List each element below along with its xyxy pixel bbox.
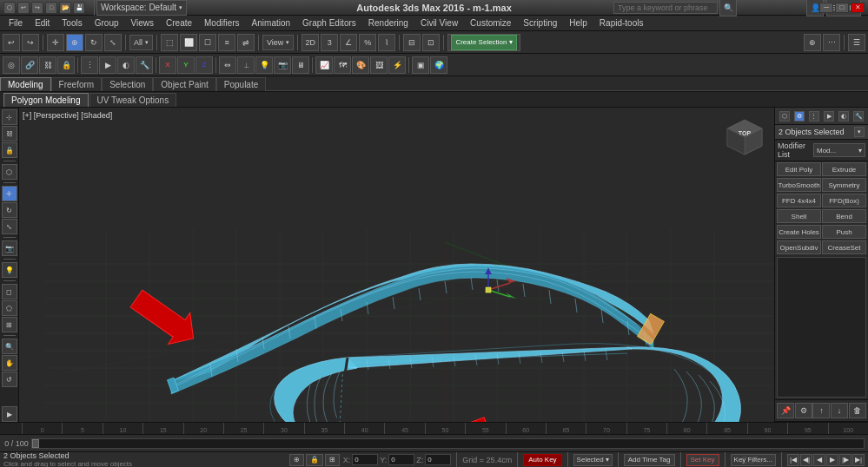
app-icon-redo[interactable]: ↪	[31, 2, 43, 14]
obj-props-btn[interactable]: Create Selection ▾	[447, 34, 520, 51]
pb-prev-frame[interactable]: ◀|	[800, 454, 812, 466]
select-btn[interactable]: ✛	[47, 34, 64, 51]
app-icon-main[interactable]: ⬡	[3, 2, 16, 14]
menu-create[interactable]: Create	[161, 16, 197, 30]
hierarchy-btn[interactable]: ⋮	[81, 56, 98, 74]
timeline-slider[interactable]	[31, 438, 865, 449]
mod-ffdbox[interactable]: FFD(Box)	[822, 194, 866, 207]
paint-sel-btn[interactable]: ◎	[3, 56, 20, 74]
coord-x[interactable]: 0	[352, 454, 378, 465]
menu-help[interactable]: Help	[564, 16, 593, 30]
display-btn[interactable]: ◐	[117, 56, 135, 74]
filter-dropdown[interactable]: All ▾	[129, 35, 153, 50]
coord-z[interactable]: 0	[425, 454, 451, 465]
menu-edit[interactable]: Edit	[30, 16, 55, 30]
rotate-btn[interactable]: ↻	[85, 34, 103, 51]
tab-selection[interactable]: Selection	[102, 77, 153, 91]
ribbon-btn[interactable]: ⊡	[422, 34, 440, 51]
mod-shell[interactable]: Shell	[777, 209, 821, 223]
pb-play-back[interactable]: ◀	[813, 454, 825, 466]
pb-next-frame[interactable]: |▶	[839, 454, 851, 466]
pb-start[interactable]: |◀	[787, 454, 799, 466]
schematic-btn[interactable]: 🗺	[334, 56, 351, 74]
unlink-btn[interactable]: ⛓	[39, 56, 56, 74]
menu-tools[interactable]: Tools	[56, 16, 87, 30]
left-tool-light[interactable]: 💡	[2, 262, 17, 278]
timeline-thumb[interactable]	[32, 439, 39, 448]
align-to-view-btn[interactable]: 🖥	[292, 56, 309, 74]
left-tool-move[interactable]: ✛	[2, 186, 17, 201]
tab-modeling[interactable]: Modeling	[0, 77, 51, 91]
snap-angle-btn[interactable]: ∠	[340, 34, 357, 51]
align-btn[interactable]: ⇔	[219, 56, 236, 74]
nav-cube[interactable]: TOP	[722, 115, 767, 160]
mod-extrude[interactable]: Extrude	[822, 162, 866, 176]
track-view-btn[interactable]: 📈	[315, 56, 333, 74]
left-tool-zoom[interactable]: 🔍	[2, 339, 17, 354]
create-selection-dropdown[interactable]: Create Selection ▾	[451, 35, 516, 50]
tab-object-paint[interactable]: Object Paint	[153, 77, 215, 91]
rp-move-up-btn[interactable]: ↑	[812, 403, 830, 418]
select-filter-btn[interactable]: ⬚	[161, 34, 178, 51]
mod-symmetry[interactable]: Symmetry	[822, 178, 866, 192]
rp-icon-display[interactable]: ◐	[838, 111, 849, 122]
mod-bend[interactable]: Bend	[822, 209, 866, 223]
left-tool-geometry[interactable]: ◻	[2, 284, 17, 299]
material-editor-btn[interactable]: 🎨	[352, 56, 369, 74]
snap-2d-btn[interactable]: 2D	[301, 34, 319, 51]
environment-btn[interactable]: 🌍	[430, 56, 447, 74]
extras-btn[interactable]: ☰	[848, 34, 865, 51]
menu-customize[interactable]: Customize	[465, 16, 516, 30]
utilities-btn[interactable]: 🔧	[136, 56, 153, 74]
snap-spinner-btn[interactable]: ⌇	[378, 34, 395, 51]
coord-x-btn[interactable]: X	[159, 56, 176, 74]
left-tool-shapes[interactable]: ⬠	[2, 300, 17, 316]
left-tool-create[interactable]: ⬡	[2, 164, 17, 180]
status-icon-2[interactable]: 🔒	[306, 454, 323, 466]
tab-freeform[interactable]: Freeform	[51, 77, 103, 91]
snap-3d-btn[interactable]: 3	[321, 34, 338, 51]
normal-align-btn[interactable]: ⟂	[237, 56, 255, 74]
left-tool-scale[interactable]: ⤡	[2, 219, 17, 234]
rp-icon-utilities[interactable]: 🔧	[853, 111, 864, 122]
rp-icon-hierarchy[interactable]: ⋮	[809, 111, 819, 122]
select-region-btn[interactable]: ⬜	[180, 34, 197, 51]
rp-move-down-btn[interactable]: ↓	[831, 403, 848, 418]
menu-scripting[interactable]: Scripting	[518, 16, 562, 30]
menu-rapid-tools[interactable]: Rapid-tools	[594, 16, 649, 30]
menu-group[interactable]: Group	[89, 16, 124, 30]
subtab-polygon-modeling[interactable]: Polygon Modeling	[3, 93, 89, 107]
left-tool-expand[interactable]: ▶	[2, 406, 17, 422]
modifier-list-dropdown[interactable]: Mod... ▾	[813, 143, 865, 157]
rp-dropdown-arrow[interactable]: ▾	[854, 127, 865, 137]
mod-opensubdiv[interactable]: OpenSubdiv	[777, 240, 821, 254]
render-frame-btn[interactable]: ▣	[412, 56, 429, 74]
rp-icon-modify[interactable]: ⚙	[794, 111, 805, 122]
quick-render-btn[interactable]: ⚡	[388, 56, 406, 74]
menu-modifiers[interactable]: Modifiers	[199, 16, 245, 30]
redo-btn[interactable]: ↪	[22, 34, 39, 51]
menu-file[interactable]: File	[3, 16, 28, 30]
coord-y-btn[interactable]: Y	[177, 56, 195, 74]
left-tool-helpers[interactable]: ⊞	[2, 317, 17, 332]
align-camera-btn[interactable]: 📷	[274, 56, 291, 74]
status-icon-1[interactable]: ⊕	[289, 454, 304, 466]
select-by-name-btn[interactable]: ≡	[218, 34, 235, 51]
pb-play[interactable]: ▶	[826, 454, 838, 466]
coord-snap-btn[interactable]: ⊕	[804, 34, 821, 51]
app-icon-open[interactable]: 📂	[59, 2, 71, 14]
app-icon-save[interactable]: 💾	[73, 2, 85, 14]
status-icon-3[interactable]: ⊞	[325, 454, 340, 466]
scale-btn[interactable]: ⤡	[104, 34, 122, 51]
bind-to-space-btn[interactable]: 🔒	[57, 56, 75, 74]
mirror-btn[interactable]: ⇌	[237, 34, 255, 51]
tab-populate[interactable]: Populate	[216, 77, 266, 91]
select-mode-btn[interactable]: ☐	[199, 34, 216, 51]
app-icon-undo[interactable]: ↩	[17, 2, 30, 14]
menu-views[interactable]: Views	[126, 16, 160, 30]
search-input[interactable]	[613, 2, 718, 14]
menu-graph-editors[interactable]: Graph Editors	[297, 16, 361, 30]
layer-btn[interactable]: ⊟	[403, 34, 421, 51]
auto-key-btn[interactable]: Auto Key	[523, 454, 561, 466]
render-scene-btn[interactable]: 🖼	[370, 56, 388, 74]
